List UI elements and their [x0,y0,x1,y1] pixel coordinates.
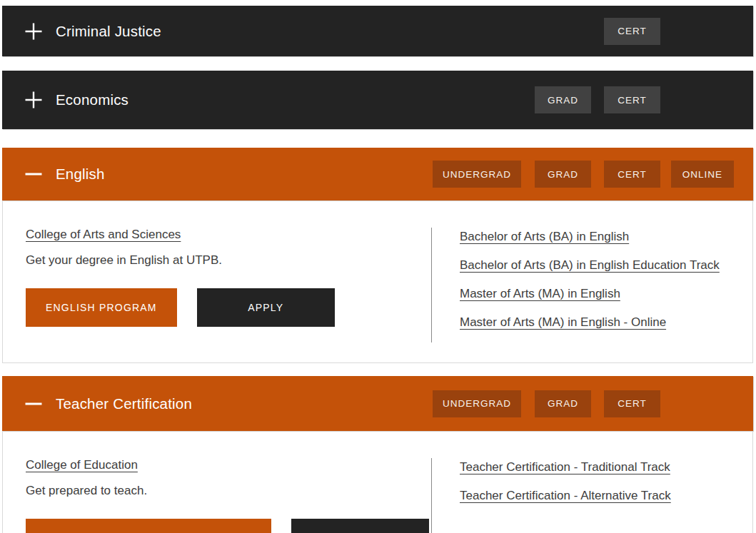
section-title: English [56,166,105,183]
degree-link[interactable]: Teacher Certification - Traditional Trac… [460,460,670,474]
degree-link[interactable]: Master of Arts (MA) in English - Online [460,315,666,329]
grad-badge: GRAD [535,390,591,417]
section-title: Criminal Justice [56,23,161,40]
college-link[interactable]: College of Arts and Sciences [26,228,181,242]
cert-badge: CERT [604,161,660,188]
section-panel-english: College of Arts and Sciences Get your de… [2,200,753,363]
collapse-minus-icon[interactable] [24,395,43,413]
expand-plus-icon[interactable] [24,91,43,109]
program-accordion-list: Criminal Justice CERT Economics GRAD CER… [0,0,756,533]
list-item: Teacher Certification - Traditional Trac… [460,459,738,475]
accordion-header-criminal-justice[interactable]: Criminal Justice CERT [2,6,753,56]
section-title: Teacher Certification [56,395,192,412]
accordion-section-teacher-certification: Teacher Certification UNDERGRAD GRAD CER… [2,376,753,533]
panel-degrees-column: Bachelor of Arts (BA) in English Bachelo… [431,228,752,342]
program-description: Get your degree in English at UTPB. [26,253,431,268]
undergrad-badge: UNDERGRAD [433,161,521,188]
accordion-header-english[interactable]: English UNDERGRAD GRAD CERT ONLINE [2,148,753,200]
section-title: Economics [56,91,128,108]
program-description: Get prepared to teach. [26,484,431,498]
list-item: Bachelor of Arts (BA) in English Educati… [460,257,738,273]
cert-badge: CERT [604,390,660,417]
panel-button-row: TEACHER CERTIFICATION PROGRAM APPLY [26,519,431,533]
college-link[interactable]: College of Education [26,458,138,472]
degree-link-list: Bachelor of Arts (BA) in English Bachelo… [460,228,738,330]
panel-degrees-column: Teacher Certification - Traditional Trac… [431,458,752,533]
accordion-section-english: English UNDERGRAD GRAD CERT ONLINE Colle… [2,148,753,363]
cert-badge: CERT [604,18,660,45]
apply-button[interactable]: APPLY [291,519,429,533]
degree-link[interactable]: Teacher Certification - Alternative Trac… [460,489,671,502]
program-page-button[interactable]: ENGLISH PROGRAM [26,288,177,327]
accordion-section-economics: Economics GRAD CERT [2,71,753,129]
list-item: Master of Arts (MA) in English [460,285,738,302]
grad-badge: GRAD [535,161,591,188]
degree-link[interactable]: Bachelor of Arts (BA) in English [460,230,629,243]
accordion-header-economics[interactable]: Economics GRAD CERT [2,71,753,129]
program-page-button[interactable]: TEACHER CERTIFICATION PROGRAM [26,519,271,533]
collapse-minus-icon[interactable] [24,165,43,183]
degree-link[interactable]: Bachelor of Arts (BA) in English Educati… [460,258,720,272]
panel-button-row: ENGLISH PROGRAM APPLY [26,288,431,327]
panel-info-column: College of Education Get prepared to tea… [3,458,431,533]
degree-link[interactable]: Master of Arts (MA) in English [460,287,620,300]
expand-plus-icon[interactable] [24,22,43,41]
accordion-header-teacher-certification[interactable]: Teacher Certification UNDERGRAD GRAD CER… [2,376,753,431]
grad-badge: GRAD [535,86,591,113]
degree-link-list: Teacher Certification - Traditional Trac… [460,459,738,504]
apply-button[interactable]: APPLY [197,288,335,327]
online-badge: ONLINE [671,161,734,188]
undergrad-badge: UNDERGRAD [433,390,521,417]
cert-badge: CERT [604,86,660,113]
list-item: Bachelor of Arts (BA) in English [460,228,738,245]
section-panel-teacher-certification: College of Education Get prepared to tea… [2,431,753,533]
accordion-section-criminal-justice: Criminal Justice CERT [2,6,753,56]
list-item: Teacher Certification - Alternative Trac… [460,487,738,504]
list-item: Master of Arts (MA) in English - Online [460,314,738,330]
panel-info-column: College of Arts and Sciences Get your de… [3,228,431,342]
